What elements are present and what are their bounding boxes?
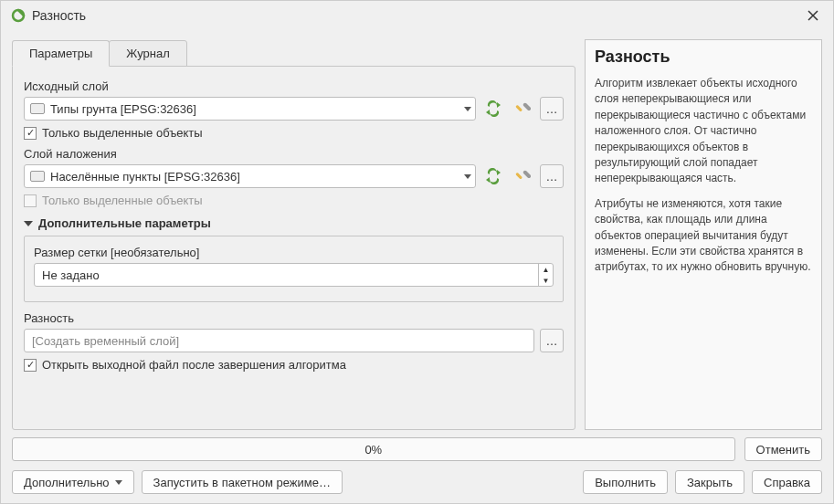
parameters-panel: Исходный слой Типы грунта [EPSG:32636] … (12, 66, 575, 430)
input-selected-only-check[interactable]: ✓ Только выделенные объекты (24, 126, 564, 140)
input-layer-value: Типы грунта [EPSG:32636] (50, 102, 459, 116)
progress-text: 0% (364, 443, 382, 457)
batch-button[interactable]: Запустить в пакетном режиме… (142, 470, 343, 494)
grid-size-label: Размер сетки [необязательно] (34, 246, 554, 259)
output-path-input[interactable]: [Создать временный слой] (24, 329, 534, 352)
overlay-selected-only-check: Только выделенные объекты (24, 194, 564, 207)
help-panel: Разность Алгоритм извлекает объекты исхо… (585, 39, 822, 430)
advanced-button[interactable]: Дополнительно (12, 470, 134, 494)
iterate-button[interactable] (481, 164, 505, 188)
overlay-layer-combo[interactable]: Населённые пункты [EPSG:32636] (24, 164, 476, 188)
help-button[interactable]: Справка (752, 470, 822, 494)
output-placeholder: [Создать временный слой] (32, 334, 179, 348)
dialog-window: Разность Параметры Журнал Исходный слой … (0, 0, 834, 504)
run-button[interactable]: Выполнить (583, 470, 668, 494)
app-icon (10, 7, 26, 24)
spinner-up-button[interactable]: ▲ (539, 264, 553, 275)
overlay-layer-label: Слой наложения (24, 147, 564, 161)
tab-log[interactable]: Журнал (109, 40, 186, 67)
overlay-layer-value: Населённые пункты [EPSG:32636] (50, 170, 459, 184)
input-layer-combo[interactable]: Типы грунта [EPSG:32636] (24, 97, 476, 121)
open-after-check[interactable]: ✓ Открыть выходной файл после завершения… (24, 358, 564, 372)
help-paragraph-1: Алгоритм извлекает объекты исходного сло… (595, 76, 812, 187)
close-button[interactable] (802, 5, 824, 26)
help-paragraph-2: Атрибуты не изменяются, хотя такие свойс… (595, 196, 812, 276)
dots-label: … (546, 334, 558, 348)
svg-rect-1 (523, 102, 531, 111)
input-layer-label: Исходный слой (24, 79, 564, 93)
overlay-selected-only-label: Только выделенные объекты (42, 194, 203, 207)
tab-parameters[interactable]: Параметры (12, 40, 110, 67)
svg-rect-2 (515, 105, 523, 112)
grid-size-input[interactable]: Не задано ▲ ▼ (34, 263, 554, 287)
checkbox-checked-icon: ✓ (24, 127, 37, 140)
advanced-label: Дополнительные параметры (38, 216, 211, 230)
input-layer-more-button[interactable]: … (540, 97, 564, 121)
close-button[interactable]: Закрыть (675, 470, 744, 494)
settings-button[interactable] (511, 97, 534, 121)
chevron-down-icon (464, 107, 471, 111)
spinner-down-button[interactable]: ▼ (539, 275, 553, 286)
dots-label: … (546, 102, 558, 116)
dots-label: … (546, 170, 558, 184)
cancel-button[interactable]: Отменить (744, 437, 822, 461)
bottom-button-row: Дополнительно Запустить в пакетном режим… (1, 465, 833, 503)
progress-bar: 0% (12, 437, 735, 461)
spinner-arrows: ▲ ▼ (538, 264, 553, 286)
left-panel: Параметры Журнал Исходный слой Типы грун… (12, 39, 575, 430)
advanced-header[interactable]: Дополнительные параметры (24, 216, 564, 230)
titlebar-title: Разность (32, 8, 802, 23)
chevron-down-icon (115, 480, 122, 485)
tab-bar: Параметры Журнал (12, 39, 575, 66)
titlebar: Разность (1, 1, 833, 30)
output-browse-button[interactable]: … (540, 329, 564, 352)
svg-rect-3 (523, 170, 531, 179)
advanced-button-label: Дополнительно (24, 476, 110, 489)
help-title: Разность (595, 47, 812, 67)
polygon-layer-icon (30, 103, 45, 114)
checkbox-unchecked-icon (24, 194, 37, 207)
chevron-down-icon (464, 174, 471, 179)
polygon-layer-icon (30, 171, 45, 182)
progress-row: 0% Отменить (1, 430, 833, 465)
settings-button[interactable] (511, 164, 534, 188)
overlay-layer-more-button[interactable]: … (540, 164, 564, 188)
grid-size-value: Не задано (42, 268, 538, 282)
svg-point-0 (13, 10, 24, 21)
output-label: Разность (24, 311, 564, 325)
svg-rect-4 (515, 173, 523, 180)
input-selected-only-label: Только выделенные объекты (42, 126, 203, 140)
advanced-group: Размер сетки [необязательно] Не задано ▲… (24, 236, 564, 302)
open-after-label: Открыть выходной файл после завершения а… (42, 358, 346, 372)
iterate-button[interactable] (481, 97, 505, 121)
body: Параметры Журнал Исходный слой Типы грун… (1, 30, 833, 430)
checkbox-checked-icon: ✓ (24, 359, 37, 372)
